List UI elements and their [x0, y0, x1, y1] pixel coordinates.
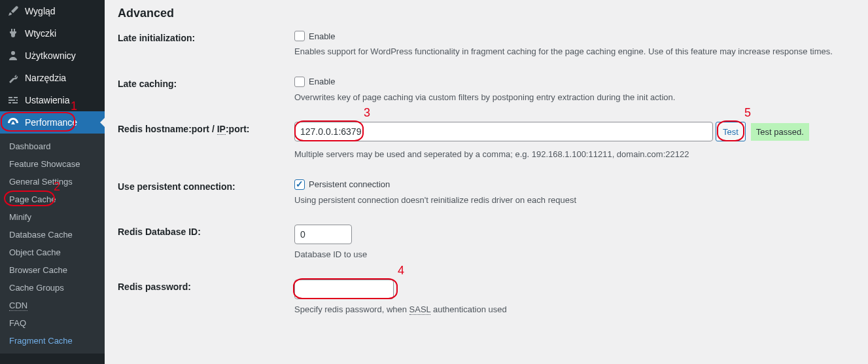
late-init-checkbox-wrap[interactable]: Enable: [294, 31, 868, 41]
sidebar-item-tools[interactable]: Narzędzia: [0, 67, 105, 89]
persistent-help: Using persistent connection doesn't rein…: [294, 194, 868, 207]
row-late-caching: Late caching: Enable Overwrites key of p…: [118, 77, 868, 104]
section-title: Advanced: [118, 0, 868, 31]
sub-object-cache[interactable]: Object Cache: [0, 244, 105, 261]
sliders-icon: [7, 94, 20, 107]
sub-page-cache[interactable]: Page Cache: [0, 191, 105, 208]
sub-dashboard[interactable]: Dashboard: [0, 137, 105, 155]
wrench-icon: [7, 71, 20, 84]
row-persistent: Use persistent connection: Persistent co…: [118, 179, 868, 207]
late-init-label: Late initialization:: [118, 31, 294, 43]
annotation-number-5: 5: [744, 106, 751, 120]
late-init-checkbox[interactable]: [294, 31, 305, 41]
admin-sidebar: Wygląd Wtyczki Użytkownicy Narzędzia Ust…: [0, 0, 105, 364]
sidebar-item-users[interactable]: Użytkownicy: [0, 45, 105, 67]
sub-minify[interactable]: Minify: [0, 208, 105, 226]
sub-general-settings[interactable]: General Settings: [0, 173, 105, 191]
sidebar-label: Użytkownicy: [25, 50, 76, 61]
annotation-number-4: 4: [398, 264, 404, 278]
redis-pw-help: Specify redis password, when SASL authen…: [294, 303, 868, 316]
redis-db-help: Database ID to use: [294, 248, 868, 261]
sidebar-label: Wtyczki: [25, 28, 56, 39]
plug-icon: [7, 27, 20, 40]
sub-fragment-cache[interactable]: Fragment Cache: [0, 332, 105, 350]
persistent-label: Use persistent connection:: [118, 179, 294, 192]
sub-database-cache[interactable]: Database Cache: [0, 226, 105, 244]
late-caching-label: Late caching:: [118, 77, 294, 89]
svg-point-0: [11, 51, 15, 55]
row-redis-db: Redis Database ID: Database ID to use: [118, 225, 868, 261]
brush-icon: [7, 5, 20, 18]
late-caching-checkbox-wrap[interactable]: Enable: [294, 77, 868, 87]
sidebar-label: Performance: [25, 117, 77, 128]
sidebar-label: Wygląd: [25, 6, 56, 16]
sub-browser-cache[interactable]: Browser Cache: [0, 261, 105, 279]
sub-cdn[interactable]: CDN: [0, 297, 105, 314]
row-redis-host: Redis hostname:port / IP:port: Test Test…: [118, 122, 868, 161]
redis-db-input[interactable]: [294, 225, 352, 244]
late-init-checkbox-label: Enable: [309, 31, 335, 41]
sub-feature-showcase[interactable]: Feature Showcase: [0, 155, 105, 173]
redis-host-label: Redis hostname:port / IP:port:: [118, 122, 294, 134]
row-redis-pw: Redis password: Specify redis password, …: [118, 280, 868, 316]
redis-test-button[interactable]: Test: [716, 122, 746, 141]
sidebar-item-settings[interactable]: Ustawienia: [0, 89, 105, 111]
gauge-icon: [7, 116, 20, 129]
persistent-checkbox[interactable]: [294, 179, 305, 190]
sidebar-label: Narzędzia: [25, 73, 66, 83]
late-caching-help: Overwrites key of page caching via custo…: [294, 91, 868, 104]
sidebar-item-appearance[interactable]: Wygląd: [0, 0, 105, 22]
redis-pw-input[interactable]: [294, 280, 394, 299]
late-init-help: Enables support for WordPress functional…: [294, 45, 868, 58]
performance-submenu: Dashboard Feature Showcase General Setti…: [0, 134, 105, 354]
sub-faq[interactable]: FAQ: [0, 314, 105, 332]
redis-host-help: Multiple servers may be used and seperat…: [294, 148, 868, 161]
redis-test-status: Test passed.: [751, 123, 809, 141]
main-content: Advanced Late initialization: Enable Ena…: [105, 0, 868, 364]
annotation-number-3: 3: [364, 106, 370, 120]
sub-cache-groups[interactable]: Cache Groups: [0, 279, 105, 297]
persistent-checkbox-label: Persistent connection: [309, 179, 390, 189]
late-caching-checkbox-label: Enable: [309, 77, 335, 86]
sidebar-item-performance[interactable]: Performance: [0, 111, 105, 134]
user-icon: [7, 49, 20, 62]
row-late-init: Late initialization: Enable Enables supp…: [118, 31, 868, 58]
redis-host-input[interactable]: [294, 122, 713, 141]
late-caching-checkbox[interactable]: [294, 77, 305, 87]
sidebar-item-plugins[interactable]: Wtyczki: [0, 22, 105, 45]
persistent-checkbox-wrap[interactable]: Persistent connection: [294, 179, 868, 190]
sidebar-label: Ustawienia: [25, 95, 69, 105]
redis-pw-label: Redis password:: [118, 280, 294, 292]
redis-db-label: Redis Database ID:: [118, 225, 294, 237]
